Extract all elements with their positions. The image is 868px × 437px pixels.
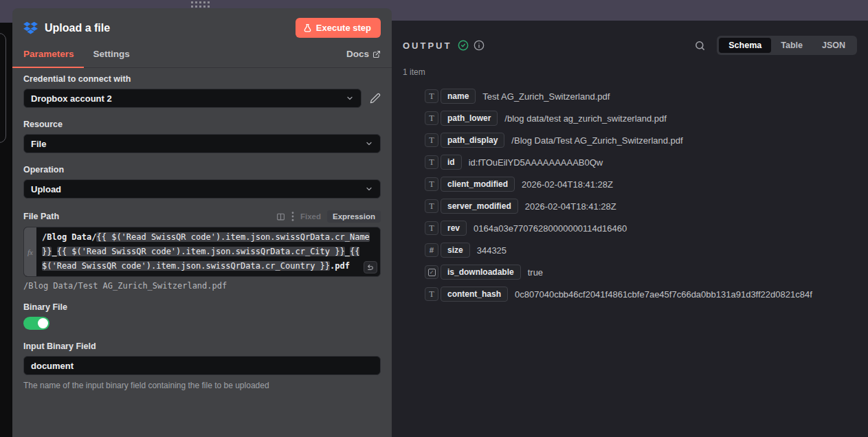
tab-settings[interactable]: Settings xyxy=(84,43,140,67)
chevron-down-icon xyxy=(365,185,373,193)
chevron-down-icon xyxy=(346,94,354,102)
node-tabs: Parameters Settings Docs xyxy=(12,43,392,68)
info-icon[interactable] xyxy=(474,40,485,51)
file-path-label: File Path xyxy=(23,212,59,222)
type-string-icon: T xyxy=(425,221,438,235)
binary-file-label: Binary File xyxy=(23,302,381,313)
operation-select[interactable]: Upload xyxy=(23,179,381,199)
schema-rows: T name Test AG_Zurich_Switzerland.pdf T … xyxy=(425,85,857,305)
output-header: OUTPUT Schema Table JSON xyxy=(403,36,857,55)
view-json-button[interactable]: JSON xyxy=(812,38,855,53)
schema-value: 344325 xyxy=(477,245,507,256)
expression-editor[interactable]: fx /Blog Data/{{ $('Read SwissQR code').… xyxy=(23,227,381,277)
split-columns-icon[interactable] xyxy=(276,212,285,221)
node-title: Upload a file xyxy=(45,22,110,34)
schema-key-pill[interactable]: path_lower xyxy=(441,111,498,126)
docs-link[interactable]: Docs xyxy=(346,49,381,62)
type-string-icon: T xyxy=(425,287,438,301)
fx-gutter: fx xyxy=(24,227,36,276)
type-string-icon: T xyxy=(425,89,438,103)
resource-select[interactable]: File xyxy=(23,134,381,153)
execute-step-button[interactable]: Execute step xyxy=(296,18,381,38)
schema-row: T path_display /Blog Data/Test AG_Zurich… xyxy=(425,129,857,151)
schema-row: T rev 0164a03e77076280000000114d16460 xyxy=(425,217,857,239)
type-boolean-icon: ✓ xyxy=(425,265,438,279)
chevron-down-icon xyxy=(365,139,373,148)
schema-key-pill[interactable]: is_downloadable xyxy=(441,265,521,280)
search-icon[interactable] xyxy=(694,40,706,52)
expression-segment: $('Read SwissQR code').item.json.swissQr… xyxy=(42,261,330,271)
schema-row: ✓ is_downloadable true xyxy=(425,261,857,283)
schema-value: true xyxy=(528,267,543,278)
dropbox-icon xyxy=(23,21,38,35)
schema-value: 2026-02-04T18:41:28Z xyxy=(522,179,613,190)
schema-key-pill[interactable]: content_hash xyxy=(441,287,508,302)
node-settings-panel: Upload a file Execute step Parameters Se… xyxy=(12,8,392,437)
output-view-switcher: Schema Table JSON xyxy=(717,36,857,55)
edit-credential-button[interactable] xyxy=(370,93,381,104)
schema-key-pill[interactable]: client_modified xyxy=(441,177,515,192)
expression-segment: /Blog Data/ xyxy=(42,232,96,242)
schema-key-pill[interactable]: id xyxy=(441,155,462,170)
resource-label: Resource xyxy=(23,120,381,130)
type-string-icon: T xyxy=(425,199,438,213)
panel-drag-handle[interactable] xyxy=(191,1,211,8)
background-panel-edge xyxy=(0,33,6,143)
schema-key-pill[interactable]: name xyxy=(441,89,476,104)
mode-fixed-toggle[interactable]: Fixed xyxy=(300,212,321,221)
credential-label: Credential to connect with xyxy=(23,74,381,85)
schema-key-pill[interactable]: path_display xyxy=(441,133,504,148)
type-string-icon: T xyxy=(425,177,438,191)
schema-value: /Blog Data/Test AG_Zurich_Switzerland.pd… xyxy=(511,135,682,146)
expression-segment: .pdf xyxy=(330,261,350,271)
schema-row: T id id:fTOuEilYD5AAAAAAAAAB0Qw xyxy=(425,151,857,173)
tab-parameters[interactable]: Parameters xyxy=(12,43,84,67)
schema-row: T content_hash 0c807040cbb46cf2041f4861c… xyxy=(425,283,857,305)
schema-key-pill[interactable]: size xyxy=(441,243,470,258)
schema-value: Test AG_Zurich_Switzerland.pdf xyxy=(482,91,610,102)
schema-value: id:fTOuEilYD5AAAAAAAAAB0Qw xyxy=(469,157,603,168)
open-expression-editor-button[interactable] xyxy=(364,261,377,273)
output-title: OUTPUT xyxy=(403,41,452,51)
schema-value: 2026-02-04T18:41:28Z xyxy=(525,201,616,212)
toggle-knob xyxy=(38,318,48,328)
schema-row: T name Test AG_Zurich_Switzerland.pdf xyxy=(425,85,857,107)
expression-code[interactable]: /Blog Data/{{ $('Read SwissQR code').ite… xyxy=(36,227,380,276)
node-header: Upload a file Execute step xyxy=(12,8,392,38)
expression-segment: {{ $('Read SwissQR code').item.json.swis… xyxy=(57,247,345,256)
schema-value: /blog data/test ag_zurich_switzerland.pd… xyxy=(504,113,667,124)
view-table-button[interactable]: Table xyxy=(771,38,812,53)
operation-label: Operation xyxy=(23,165,381,175)
items-count: 1 item xyxy=(403,67,857,77)
schema-row: T server_modified 2026-02-04T18:41:28Z xyxy=(425,195,857,217)
type-string-icon: T xyxy=(425,133,438,147)
schema-value: 0164a03e77076280000000114d16460 xyxy=(474,223,627,234)
success-check-icon xyxy=(458,40,469,51)
binary-file-toggle[interactable] xyxy=(23,317,49,330)
schema-row: T client_modified 2026-02-04T18:41:28Z xyxy=(425,173,857,195)
expression-segment: {{ $('Read SwissQR code').item.json.swis… xyxy=(96,232,369,242)
type-string-icon: T xyxy=(425,155,438,169)
input-binary-field-input[interactable] xyxy=(23,356,381,375)
schema-key-pill[interactable]: server_modified xyxy=(441,199,518,214)
output-panel: OUTPUT Schema Table JSON xyxy=(392,21,868,437)
expression-segment: _ xyxy=(52,247,56,256)
schema-value: 0c807040cbb46cf2041f4861cbfe7ae45f7c66da… xyxy=(515,289,812,300)
mode-expression-toggle[interactable]: Expression xyxy=(327,210,381,223)
parameters-body: Credential to connect with Dropbox accou… xyxy=(12,68,392,437)
schema-key-pill[interactable]: rev xyxy=(441,221,467,236)
expression-segment: }} xyxy=(42,247,52,256)
input-binary-field-label: Input Binary Field xyxy=(23,341,381,352)
kebab-menu-icon[interactable] xyxy=(291,212,294,221)
view-schema-button[interactable]: Schema xyxy=(719,38,771,53)
type-number-icon: # xyxy=(425,243,438,257)
pencil-icon xyxy=(370,93,381,104)
external-link-icon xyxy=(372,50,381,58)
flask-icon xyxy=(303,23,312,33)
input-binary-field-help: The name of the input binary field conta… xyxy=(23,381,381,390)
credential-select[interactable]: Dropbox account 2 xyxy=(23,89,361,108)
expression-result-preview: /Blog Data/Test AG_Zurich_Switzerland.pd… xyxy=(23,281,381,291)
schema-row: # size 344325 xyxy=(425,239,857,261)
expression-segment: {{ xyxy=(350,247,359,256)
expression-segment: _ xyxy=(345,247,350,256)
